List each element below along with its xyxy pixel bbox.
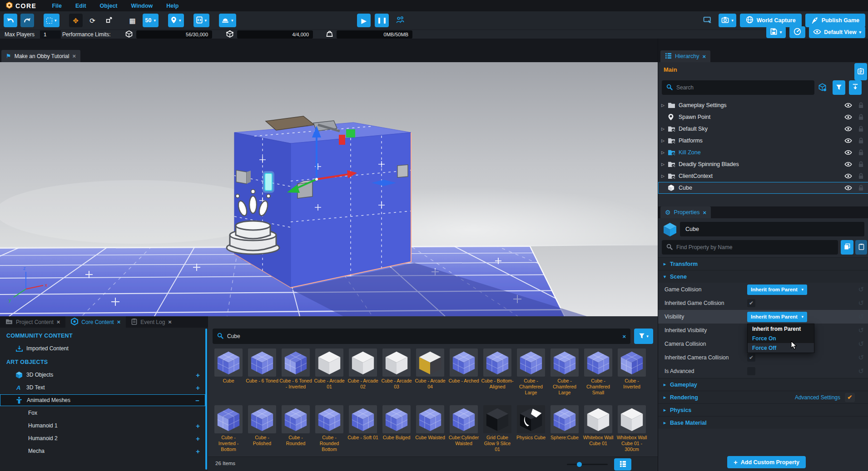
menu-item[interactable]: Help <box>161 1 184 10</box>
visibility-eye-icon[interactable] <box>844 138 852 143</box>
asset-tile[interactable]: Cube - Inverted - Bottom <box>212 405 245 453</box>
asset-tile[interactable]: Cube - Bottom-Aligned <box>481 348 514 396</box>
tab-properties[interactable]: ⚙ Properties × <box>660 206 711 218</box>
expand-caret-icon[interactable]: ▷ <box>661 150 668 155</box>
asset-tile[interactable]: Cube - Polished <box>245 405 279 453</box>
section-transform[interactable]: ▸Transform <box>658 257 868 270</box>
expand-caret-icon[interactable]: ▷ <box>661 103 668 108</box>
reset-icon[interactable]: ↺ <box>858 326 864 334</box>
visibility-eye-icon[interactable] <box>844 173 852 179</box>
content-category[interactable]: A3D Text+ <box>0 382 205 393</box>
checkbox-unchecked[interactable] <box>747 367 755 375</box>
section-base-material[interactable]: ▸Base Material <box>658 416 868 429</box>
expand-caret-icon[interactable]: ▷ <box>661 127 668 131</box>
section-rendering[interactable]: ▸Rendering Advanced Settings ✔ <box>658 391 868 403</box>
hierarchy-item[interactable]: Spawn Point <box>658 111 868 123</box>
reset-icon[interactable]: ↺ <box>858 299 864 307</box>
tab-hierarchy[interactable]: Hierarchy × <box>660 50 710 62</box>
asset-tile[interactable]: Cube - Arcade 03 <box>380 348 413 396</box>
capture-settings-dropdown[interactable]: ▾ <box>719 14 736 27</box>
grid-size-dropdown[interactable]: 50▾ <box>143 14 159 27</box>
content-tab[interactable]: Project Content× <box>0 316 65 328</box>
reset-icon[interactable]: ↺ <box>858 367 864 375</box>
asset-tile[interactable]: Cube - Rounded <box>279 405 312 453</box>
hierarchy-item[interactable]: Cube <box>658 182 868 194</box>
asset-tile[interactable]: Cube - Arched <box>447 348 481 396</box>
content-tab[interactable]: Event Log× <box>126 316 177 328</box>
checkbox-checked[interactable]: ✔ <box>747 299 755 307</box>
hierarchy-item[interactable]: ▷ClientContext <box>658 170 868 182</box>
asset-tile[interactable]: Whitebox Wall Cube 01 - 300cm <box>615 405 649 453</box>
hierarchy-item[interactable]: ▷Default Sky <box>658 123 868 135</box>
script-dropdown[interactable]: ▾ <box>193 14 210 27</box>
asset-tile[interactable]: Cube - Arcade 04 <box>413 348 447 396</box>
menu-item[interactable]: Edit <box>70 1 92 10</box>
move-tool-button[interactable]: ✥ <box>69 14 83 27</box>
default-view-dropdown[interactable]: Default View▾ <box>809 26 865 38</box>
close-icon[interactable]: × <box>117 319 121 325</box>
copy-properties-button[interactable] <box>841 240 853 255</box>
dropdown-menu-item[interactable]: Force On <box>748 334 814 343</box>
world-capture-button[interactable]: World Capture <box>740 14 802 27</box>
reset-icon[interactable]: ↺ <box>858 285 864 294</box>
slider-knob[interactable] <box>577 462 582 467</box>
undo-button[interactable] <box>4 14 17 27</box>
property-dropdown[interactable]: Inherit from Parent▾ <box>747 312 807 322</box>
hierarchy-search-input[interactable] <box>676 84 810 91</box>
expand-toggle[interactable]: − <box>195 397 199 404</box>
asset-filter-button[interactable]: ▾ <box>634 329 653 344</box>
close-icon[interactable]: × <box>57 319 60 325</box>
asset-tile[interactable]: Whitebox Wall Cube 01 <box>581 405 615 453</box>
max-players-input[interactable] <box>40 30 61 39</box>
menu-item[interactable]: Window <box>126 1 159 10</box>
content-category[interactable]: Mecha+ <box>0 445 205 457</box>
grid-snap-button[interactable]: ▦ <box>126 14 139 27</box>
asset-tile[interactable]: Cube - Arcade 01 <box>312 348 346 396</box>
property-search-input[interactable] <box>676 244 833 250</box>
hierarchy-item[interactable]: ▷Gameplay Settings <box>658 99 868 111</box>
menu-item[interactable]: Object <box>94 1 123 10</box>
asset-tile[interactable]: Cube:Cylinder Waisted <box>447 405 481 453</box>
performance-button[interactable] <box>789 26 805 38</box>
property-dropdown[interactable]: Inherit from Parent▾ <box>747 285 807 295</box>
visibility-eye-icon[interactable] <box>844 162 852 167</box>
dropdown-menu-item[interactable]: Inherit from Parent <box>748 324 814 334</box>
asset-tile[interactable]: Sphere:Cube <box>548 405 581 453</box>
redo-button[interactable] <box>20 14 34 27</box>
play-button[interactable]: ▶ <box>357 14 371 27</box>
section-scene[interactable]: ▾Scene <box>658 270 868 283</box>
asset-tile[interactable]: Cube - Rounded Bottom <box>312 405 346 453</box>
collapse-all-button[interactable] <box>849 80 862 95</box>
asset-tile[interactable]: Cube - Chamfered Large <box>548 348 581 396</box>
expand-caret-icon[interactable]: ▷ <box>661 138 668 143</box>
asset-tile[interactable]: Cube - 6 Toned - Inverted <box>279 348 312 396</box>
lock-icon[interactable] <box>858 126 864 132</box>
hierarchy-item[interactable]: ▷Kill Zone <box>658 147 868 158</box>
checkbox-checked[interactable]: ✔ <box>747 353 755 362</box>
hierarchy-search-box[interactable] <box>662 80 814 95</box>
clear-search-icon[interactable]: × <box>622 333 626 340</box>
multiplayer-preview-button[interactable] <box>393 14 408 27</box>
asset-tile[interactable]: Cube <box>212 348 245 396</box>
asset-tile[interactable]: Cube - Chamfered Large <box>514 348 548 396</box>
expand-toggle[interactable]: + <box>196 371 200 379</box>
content-category[interactable]: Fox <box>0 407 205 419</box>
lock-icon[interactable] <box>858 114 864 120</box>
menu-item[interactable]: File <box>46 1 67 10</box>
dropdown-menu-item[interactable]: Force Off <box>748 343 814 353</box>
hierarchy-item[interactable]: ▷Platforms <box>658 135 868 147</box>
asset-tile[interactable]: Grid Cube Glow 9 Slice 01 <box>481 405 514 453</box>
visibility-eye-icon[interactable] <box>844 126 852 132</box>
viewport-tab[interactable]: ⚑ Make an Obby Tutorial × <box>1 50 80 62</box>
content-category[interactable]: Humanoid 2+ <box>0 432 205 444</box>
expand-toggle[interactable]: + <box>196 435 200 442</box>
asset-tile[interactable]: Cube - Chamfered Small <box>581 348 615 396</box>
event-dropdown[interactable]: ▾ <box>219 14 236 27</box>
lock-icon[interactable] <box>858 161 864 167</box>
close-icon[interactable]: × <box>703 209 707 216</box>
visibility-eye-icon[interactable] <box>844 103 852 108</box>
viewport-3d[interactable]: z x y <box>0 62 658 316</box>
close-icon[interactable]: × <box>703 53 706 60</box>
visibility-eye-icon[interactable] <box>844 185 852 191</box>
close-icon[interactable]: × <box>72 53 76 59</box>
